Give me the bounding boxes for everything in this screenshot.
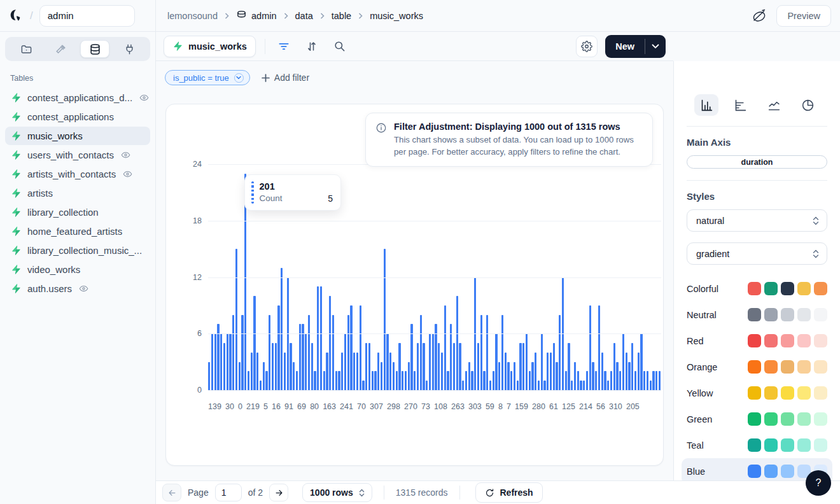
- color-swatch[interactable]: [764, 308, 778, 321]
- color-swatch[interactable]: [814, 308, 827, 321]
- chart-bar[interactable]: [389, 353, 391, 390]
- chart-bar[interactable]: [281, 268, 283, 390]
- chart-bar[interactable]: [559, 315, 561, 390]
- chart-bar[interactable]: [223, 343, 225, 390]
- chart-bar[interactable]: [483, 371, 485, 390]
- chart-bar[interactable]: [462, 381, 464, 390]
- chart-bar[interactable]: [659, 371, 661, 390]
- chart-bar[interactable]: [263, 362, 265, 390]
- chart-bar[interactable]: [332, 315, 334, 390]
- chart-bar[interactable]: [426, 381, 428, 390]
- palette-row-red[interactable]: Red: [687, 328, 827, 354]
- chart-bar[interactable]: [486, 315, 488, 390]
- color-swatch[interactable]: [781, 412, 794, 426]
- page-number-input[interactable]: [215, 484, 242, 501]
- chart-bar[interactable]: [374, 371, 376, 390]
- chart-bar[interactable]: [214, 333, 216, 390]
- chart-bar[interactable]: [553, 343, 555, 390]
- chart-bar[interactable]: [619, 371, 621, 390]
- chart-bar[interactable]: [417, 343, 419, 390]
- chart-bar[interactable]: [239, 362, 241, 390]
- color-swatch[interactable]: [797, 438, 811, 452]
- chart-bar[interactable]: [444, 305, 446, 390]
- tab-database-icon[interactable]: [80, 40, 109, 58]
- chart-bar[interactable]: [235, 249, 237, 390]
- color-swatch[interactable]: [814, 412, 827, 426]
- chart-bar[interactable]: [550, 353, 552, 390]
- chart-bar[interactable]: [610, 371, 612, 390]
- chart-bar[interactable]: [290, 343, 291, 390]
- sidebar-table-item[interactable]: music_works: [5, 127, 150, 145]
- chart-bar[interactable]: [601, 353, 603, 390]
- breadcrumb-project[interactable]: lemonsound: [167, 11, 218, 21]
- chart-bar[interactable]: [269, 315, 270, 390]
- chart-bar[interactable]: [405, 371, 407, 390]
- chart-bar[interactable]: [583, 381, 585, 390]
- color-swatch[interactable]: [797, 334, 811, 347]
- color-swatch[interactable]: [764, 334, 778, 347]
- color-swatch[interactable]: [814, 438, 827, 452]
- chart-bar[interactable]: [519, 343, 521, 390]
- chart-bar[interactable]: [638, 353, 640, 390]
- sidebar-table-item[interactable]: artists: [5, 184, 150, 202]
- chart-bar[interactable]: [308, 315, 310, 390]
- chart-bar[interactable]: [489, 381, 491, 390]
- sidebar-table-item[interactable]: artists_with_contacts: [5, 165, 150, 183]
- chart-bar[interactable]: [347, 315, 349, 390]
- main-axis-field-pill[interactable]: duration: [687, 155, 827, 169]
- palette-row-orange[interactable]: Orange: [687, 354, 827, 380]
- chart-bar[interactable]: [341, 353, 343, 390]
- chart-bar[interactable]: [314, 371, 316, 390]
- color-swatch[interactable]: [781, 282, 794, 295]
- rows-per-page-select[interactable]: 1000 rows: [302, 483, 372, 502]
- chart-bar[interactable]: [447, 371, 449, 390]
- chart-bar[interactable]: [272, 343, 274, 390]
- chart-bar[interactable]: [634, 371, 636, 390]
- color-swatch[interactable]: [764, 438, 778, 452]
- chart-bar[interactable]: [372, 371, 374, 390]
- chart-bar[interactable]: [631, 343, 633, 390]
- chart-bar[interactable]: [643, 371, 645, 390]
- color-swatch[interactable]: [781, 334, 794, 347]
- chart-bar[interactable]: [227, 333, 228, 390]
- color-swatch[interactable]: [764, 282, 778, 295]
- chart-type-line-icon[interactable]: [762, 94, 786, 116]
- chart-bar[interactable]: [628, 362, 630, 390]
- chart-bar[interactable]: [329, 296, 331, 390]
- chart-bar[interactable]: [535, 353, 536, 390]
- chart-bar[interactable]: [538, 381, 540, 390]
- chart-bar[interactable]: [589, 305, 591, 390]
- chart-bar[interactable]: [568, 343, 570, 390]
- chart-bar[interactable]: [505, 353, 507, 390]
- chart-bar[interactable]: [480, 315, 482, 390]
- chart-bar[interactable]: [650, 381, 652, 390]
- palette-row-colorful[interactable]: Colorful: [687, 276, 827, 302]
- chart-bar[interactable]: [211, 333, 213, 390]
- color-swatch[interactable]: [781, 438, 794, 452]
- help-button[interactable]: ?: [806, 470, 831, 496]
- refresh-button[interactable]: Refresh: [475, 482, 543, 503]
- chart-bar[interactable]: [459, 343, 461, 390]
- chart-bar[interactable]: [441, 353, 443, 390]
- chart-bar[interactable]: [647, 371, 648, 390]
- color-swatch[interactable]: [748, 438, 761, 452]
- sidebar-table-item[interactable]: auth.users: [5, 279, 150, 298]
- chart-bar[interactable]: [607, 381, 609, 390]
- chart-bar[interactable]: [622, 333, 624, 390]
- chart-bar[interactable]: [311, 343, 313, 390]
- chart-bar[interactable]: [251, 353, 253, 390]
- chart-bar[interactable]: [338, 371, 340, 390]
- chart-bar[interactable]: [529, 371, 531, 390]
- chart-bar[interactable]: [248, 371, 249, 390]
- chart-bar[interactable]: [604, 371, 606, 390]
- color-swatch[interactable]: [797, 360, 811, 374]
- chart-bar[interactable]: [531, 362, 533, 390]
- palette-row-yellow[interactable]: Yellow: [687, 380, 827, 406]
- chart-bar[interactable]: [595, 371, 597, 390]
- color-swatch[interactable]: [814, 386, 827, 400]
- chart-type-bar-vertical-icon[interactable]: [694, 94, 718, 116]
- chart-bar[interactable]: [335, 371, 337, 390]
- chart-bar[interactable]: [381, 362, 382, 390]
- color-swatch[interactable]: [797, 412, 811, 426]
- new-record-button[interactable]: New: [605, 35, 645, 58]
